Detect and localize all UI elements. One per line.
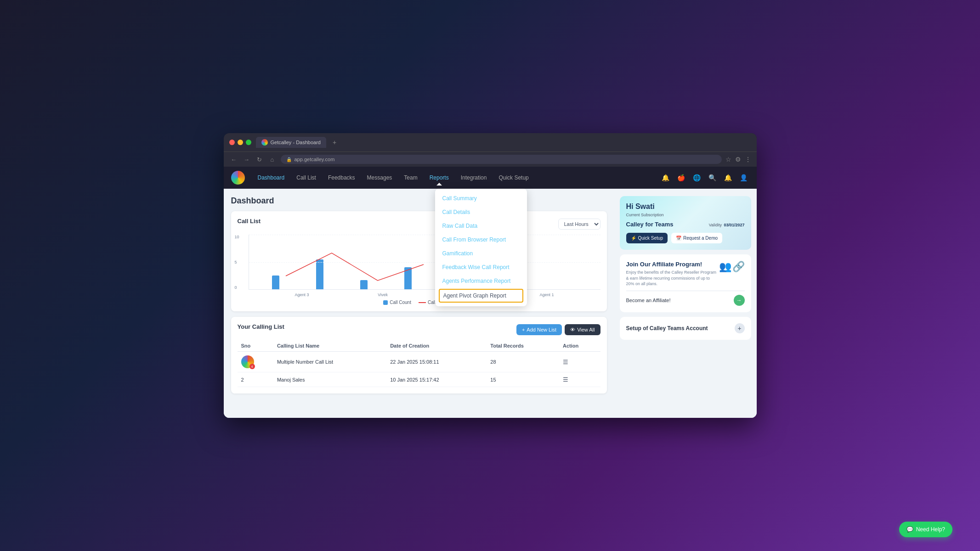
notification-icon[interactable]: 🔔 xyxy=(660,172,671,183)
view-all-button[interactable]: 👁 View All xyxy=(565,324,600,335)
last-hours-dropdown[interactable]: Last Hours xyxy=(558,219,600,230)
menu-icon[interactable]: ⋮ xyxy=(745,156,751,163)
people-icon-2: 🔗 xyxy=(732,261,745,273)
apple-icon[interactable]: 🍎 xyxy=(676,172,687,183)
affiliate-icons: 👥 🔗 xyxy=(719,261,745,273)
maximize-button[interactable] xyxy=(246,140,251,145)
avatar: 4 xyxy=(241,355,254,368)
col-name: Calling List Name xyxy=(273,340,386,352)
forward-button[interactable]: → xyxy=(242,155,251,164)
minimize-button[interactable] xyxy=(238,140,243,145)
col-records: Total Records xyxy=(487,340,559,352)
reports-dropdown: Call Summary Call Details Raw Call Data … xyxy=(435,189,527,306)
validity-date: 03/01/2027 xyxy=(724,223,744,227)
setup-expand-button[interactable]: + xyxy=(735,323,745,333)
row1-total: 28 xyxy=(487,352,559,372)
dropdown-agent-pivot[interactable]: Agent Pivot Graph Report xyxy=(439,289,523,303)
user-icon[interactable]: 👤 xyxy=(738,172,749,183)
add-new-list-button[interactable]: + Add New List xyxy=(516,324,562,335)
nav-quick-setup[interactable]: Quick Setup xyxy=(493,172,534,184)
row1-date: 22 Jan 2025 15:08:11 xyxy=(386,352,487,372)
eye-icon: 👁 xyxy=(570,327,575,332)
subscription-label: Current Subscription xyxy=(626,213,745,217)
affiliate-arrow-button[interactable]: → xyxy=(734,295,745,306)
dropdown-call-from-browser[interactable]: Call From Browser Report xyxy=(435,233,527,247)
right-sidebar: Hi Swati Current Subscription Calley for… xyxy=(614,189,757,418)
bell-icon[interactable]: 🔔 xyxy=(723,172,734,183)
nav-messages[interactable]: Messages xyxy=(362,172,398,184)
center-content: Dashboard Call List Last Hours 10 5 xyxy=(224,189,614,418)
table-row: 2 Manoj Sales 10 Jan 2025 15:17:42 15 ☰ xyxy=(238,372,600,387)
search-icon[interactable]: 🔍 xyxy=(707,172,718,183)
affiliate-desc: Enjoy the benefits of the Calley Reselle… xyxy=(626,270,719,287)
row2-sno: 2 xyxy=(238,372,273,387)
validity-label: Validity xyxy=(709,223,722,227)
row2-date: 10 Jan 2025 15:17:42 xyxy=(386,372,487,387)
chart-x-labels: Agent 3 Vivek Agent 2 Agent 1 xyxy=(238,292,600,297)
affiliate-card: Join Our Affiliate Program! Enjoy the be… xyxy=(620,254,751,312)
whatsapp-icon: 💬 xyxy=(906,526,913,533)
lightning-icon: ⚡ xyxy=(631,236,636,241)
row1-name: Multiple Number Call List xyxy=(273,352,386,372)
nav-icons: 🔔 🍎 🌐 🔍 🔔 👤 xyxy=(660,172,749,183)
chart-legend: Call Count Call Duration xyxy=(238,300,600,305)
tab-favicon xyxy=(261,139,268,146)
chart-y-labels: 10 5 0 xyxy=(235,235,239,290)
new-tab-button[interactable]: + xyxy=(331,139,338,146)
nav-call-list[interactable]: Call List xyxy=(291,172,322,184)
app-logo xyxy=(231,171,245,185)
col-action: Action xyxy=(559,340,600,352)
nav-integration[interactable]: Integration xyxy=(455,172,493,184)
table-row: 4 Multiple Number Call List 22 Jan 2025 … xyxy=(238,352,600,372)
top-nav: Dashboard Call List Feedbacks Messages T… xyxy=(224,167,757,189)
menu-icon[interactable]: ☰ xyxy=(563,376,568,383)
dropdown-agents-performance[interactable]: Agents Performance Report xyxy=(435,274,527,288)
col-sno: Sno xyxy=(238,340,273,352)
row2-action[interactable]: ☰ xyxy=(559,372,600,387)
row1-sno: 4 xyxy=(238,352,273,372)
dropdown-gamification[interactable]: Gamification xyxy=(435,247,527,260)
col-date: Date of Creation xyxy=(386,340,487,352)
extension-icon[interactable]: ⚙ xyxy=(735,156,741,163)
browser-tab[interactable]: Getcalley - Dashboard xyxy=(256,137,326,148)
legend-call-count: Call Count xyxy=(383,300,411,305)
browser-actions: ☆ ⚙ ⋮ xyxy=(725,156,751,163)
tab-title: Getcalley - Dashboard xyxy=(271,140,321,145)
setup-card: Setup of Calley Teams Account + xyxy=(620,317,751,340)
greeting-text: Hi Swati xyxy=(626,202,745,211)
legend-count-icon xyxy=(383,300,388,305)
nav-team[interactable]: Team xyxy=(398,172,423,184)
address-bar[interactable]: 🔒 app.getcalley.com xyxy=(281,155,722,164)
row1-action[interactable]: ☰ xyxy=(559,352,600,372)
dropdown-feedback-wise[interactable]: Feedback Wise Call Report xyxy=(435,260,527,274)
globe-icon[interactable]: 🌐 xyxy=(691,172,702,183)
affiliate-title: Join Our Affiliate Program! xyxy=(626,261,719,268)
row2-name: Manoj Sales xyxy=(273,372,386,387)
nav-dashboard[interactable]: Dashboard xyxy=(252,172,290,184)
back-button[interactable]: ← xyxy=(229,155,238,164)
hi-buttons: ⚡ Quick Setup 📅 Request a Demo xyxy=(626,233,745,243)
bookmark-icon[interactable]: ☆ xyxy=(725,156,731,163)
page-title: Dashboard xyxy=(231,196,607,206)
call-list-title: Call List xyxy=(238,218,261,225)
dropdown-call-summary[interactable]: Call Summary xyxy=(435,191,527,205)
quick-setup-button[interactable]: ⚡ Quick Setup xyxy=(626,233,668,243)
become-affiliate: Become an Affiliate! → xyxy=(626,291,745,306)
dropdown-call-details[interactable]: Call Details xyxy=(435,205,527,219)
home-button[interactable]: ⌂ xyxy=(268,155,277,164)
menu-icon[interactable]: ☰ xyxy=(563,359,568,365)
demo-button[interactable]: 📅 Request a Demo xyxy=(671,233,722,243)
close-button[interactable] xyxy=(229,140,235,145)
whatsapp-button[interactable]: 💬 Need Help? xyxy=(899,522,952,537)
call-list-card: Call List Last Hours 10 5 0 xyxy=(231,211,607,311)
nav-reports[interactable]: Reports xyxy=(424,172,454,184)
lock-icon: 🔒 xyxy=(286,157,292,162)
traffic-lights xyxy=(229,140,251,145)
dropdown-raw-call-data[interactable]: Raw Call Data xyxy=(435,219,527,233)
calling-list-title: Your Calling List xyxy=(238,323,284,330)
reload-button[interactable]: ↻ xyxy=(255,155,264,164)
hi-card: Hi Swati Current Subscription Calley for… xyxy=(620,196,751,250)
url-text: app.getcalley.com xyxy=(295,157,335,162)
nav-feedbacks[interactable]: Feedbacks xyxy=(323,172,361,184)
app-content: Dashboard Call List Feedbacks Messages T… xyxy=(224,167,757,418)
